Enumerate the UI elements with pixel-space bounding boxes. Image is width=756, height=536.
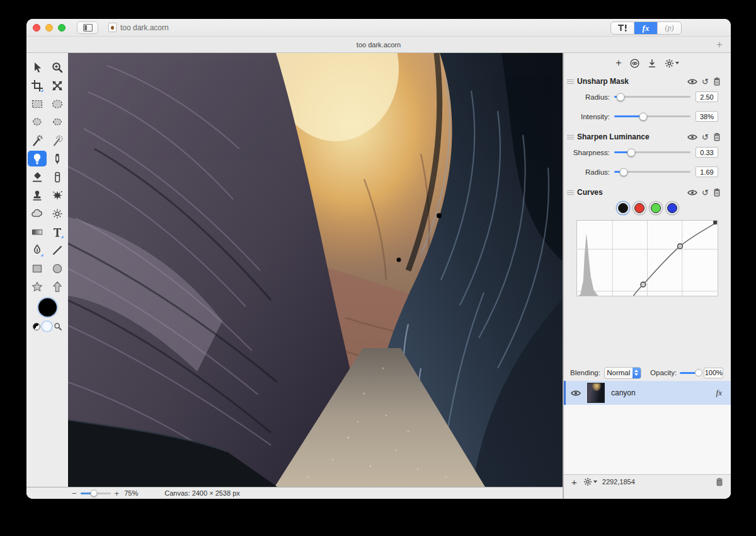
layer-list[interactable] (564, 405, 731, 474)
layer-gear-menu[interactable] (583, 477, 597, 486)
brush-tool[interactable] (28, 151, 47, 166)
crop-tool[interactable] (28, 78, 47, 93)
add-layer-button[interactable]: + (571, 477, 577, 487)
palette-mode-button[interactable]: (p) (658, 22, 681, 34)
transform-tool[interactable] (48, 78, 67, 93)
sidebar-toggle-button[interactable] (77, 21, 98, 34)
drag-handle-icon[interactable] (567, 135, 574, 139)
secondary-color-well[interactable] (42, 322, 52, 331)
slider-thumb[interactable] (639, 112, 647, 120)
minimize-button[interactable] (45, 24, 53, 32)
add-filter-button[interactable]: + (616, 57, 621, 69)
ellipse-shape-tool[interactable] (48, 260, 67, 276)
soft-eraser-tool[interactable] (48, 169, 67, 185)
channel-red-button[interactable] (634, 203, 644, 213)
canvas-viewport[interactable] (68, 53, 563, 487)
intensity-value-field[interactable]: 38% (696, 111, 718, 122)
tools-mode-button[interactable] (611, 22, 634, 34)
zoom-button[interactable] (58, 24, 66, 32)
gradient-tool[interactable] (28, 224, 47, 240)
loupe-icon[interactable] (54, 322, 62, 331)
slider-thumb[interactable] (627, 148, 635, 156)
zoom-out-button[interactable]: − (72, 489, 77, 498)
radius-slider[interactable] (614, 93, 690, 101)
curve-control-point[interactable] (641, 282, 646, 287)
cloud-shape-tool[interactable] (28, 206, 47, 221)
filter-toolbar: + (564, 55, 731, 71)
zoom-slider-thumb[interactable] (91, 490, 98, 497)
layer-fx-badge[interactable]: fx (716, 388, 722, 398)
preset-eye-button[interactable] (630, 59, 639, 68)
filters-mode-button[interactable]: fx (634, 22, 658, 34)
drag-handle-icon[interactable] (567, 79, 574, 84)
visibility-eye-icon[interactable] (687, 134, 697, 141)
primary-color-well[interactable] (38, 298, 57, 317)
zoom-percent[interactable]: 75% (124, 489, 138, 497)
reset-filter-icon[interactable]: ↺ (702, 133, 709, 141)
magnifier-plus-icon (51, 61, 64, 74)
rect-select-tool[interactable] (28, 96, 47, 112)
slider-thumb[interactable] (616, 93, 624, 101)
ellipse-select-tool[interactable] (48, 96, 67, 112)
zoom-tool[interactable] (48, 59, 67, 75)
lasso-tool[interactable] (28, 114, 47, 130)
channel-blue-button[interactable] (667, 203, 677, 213)
swap-colors-icon[interactable] (33, 323, 40, 330)
smudge-tool[interactable] (48, 187, 67, 203)
move-tool[interactable] (28, 59, 47, 75)
pencil-tool[interactable] (48, 151, 67, 166)
reset-filter-icon[interactable]: ↺ (702, 78, 709, 86)
intensity-slider[interactable] (614, 112, 690, 120)
radius2-slider[interactable] (614, 168, 690, 176)
visibility-eye-icon[interactable] (687, 78, 697, 85)
line-tool[interactable] (48, 242, 67, 258)
channel-rgb-button[interactable] (618, 203, 628, 213)
curve-channels (564, 203, 731, 213)
arrow-shape-tool[interactable] (48, 279, 67, 294)
zoom-in-button[interactable]: + (115, 489, 120, 498)
blending-dropdown[interactable]: Normal (604, 367, 641, 379)
filter-gear-menu[interactable] (665, 59, 679, 68)
eraser-tool[interactable] (28, 169, 47, 185)
layer-row-canyon[interactable]: canyon fx (564, 381, 731, 405)
text-tool[interactable] (48, 224, 67, 240)
dodge-tool[interactable] (48, 206, 67, 221)
eraser-stick-icon (51, 171, 64, 184)
opacity-value-field[interactable]: 100% (704, 368, 723, 378)
trash-icon[interactable] (713, 188, 721, 197)
flood-fill-tool[interactable] (48, 132, 67, 148)
rect-shape-tool[interactable] (28, 260, 47, 276)
pen-tool[interactable] (28, 242, 47, 258)
star-shape-tool[interactable] (28, 279, 47, 294)
visibility-eye-icon[interactable] (687, 189, 697, 196)
polygon-lasso-tool[interactable] (48, 114, 67, 130)
clone-stamp-tool[interactable] (28, 187, 47, 203)
sharpness-value-field[interactable]: 0.33 (696, 147, 718, 158)
trash-icon[interactable] (713, 77, 721, 86)
slider-thumb[interactable] (695, 369, 702, 376)
radius-value-field[interactable]: 2.50 (696, 91, 718, 102)
new-tab-button[interactable]: + (713, 38, 726, 51)
curve-endpoint[interactable] (713, 221, 717, 224)
layer-name[interactable]: canyon (611, 388, 636, 397)
title-bar[interactable]: too dark.acorn fx (p) (26, 19, 731, 37)
opacity-slider[interactable] (680, 369, 699, 377)
tab-document[interactable]: too dark.acorn (357, 41, 401, 49)
slider-thumb[interactable] (619, 168, 627, 176)
zoom-slider[interactable] (81, 492, 111, 494)
curves-graph[interactable] (576, 220, 718, 296)
close-button[interactable] (33, 24, 40, 32)
layer-thumbnail[interactable] (587, 383, 605, 403)
drag-handle-icon[interactable] (567, 190, 574, 195)
trash-icon[interactable] (713, 132, 721, 141)
filters-panel: + (564, 53, 731, 499)
curve-control-point[interactable] (678, 244, 683, 249)
reset-filter-icon[interactable]: ↺ (702, 189, 709, 197)
layer-visibility-icon[interactable] (571, 390, 581, 397)
sharpness-slider[interactable] (614, 148, 690, 156)
magic-wand-tool[interactable] (28, 132, 47, 148)
download-filter-button[interactable] (648, 59, 656, 68)
delete-layer-trash-icon[interactable] (716, 477, 723, 486)
channel-green-button[interactable] (651, 203, 661, 213)
radius2-value-field[interactable]: 1.69 (696, 166, 718, 177)
